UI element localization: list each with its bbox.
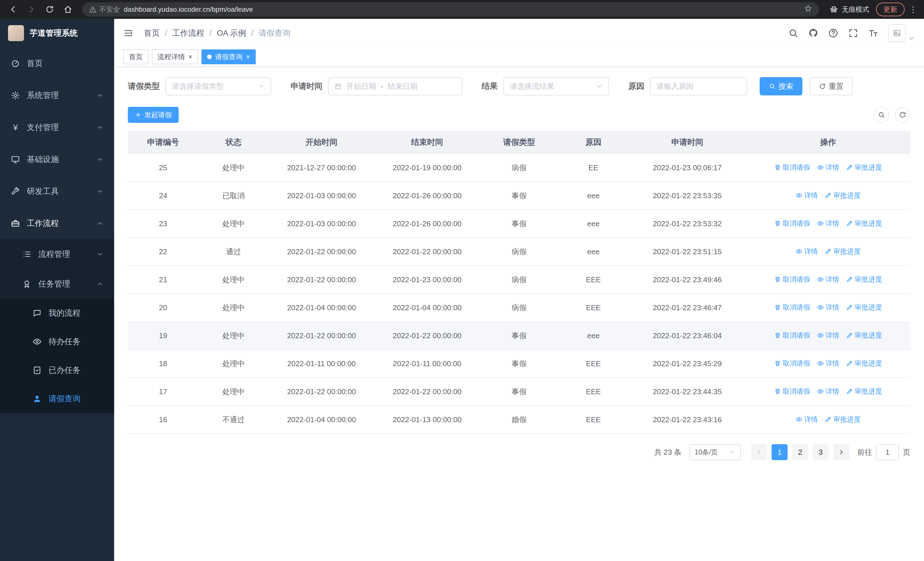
tab-leave-query[interactable]: 请假查询 ×: [201, 50, 256, 64]
detail-button[interactable]: 详情: [796, 415, 818, 424]
incognito-indicator: 无痕模式: [829, 5, 869, 14]
medal-icon: [22, 279, 32, 289]
next-page-button[interactable]: [833, 444, 849, 460]
sidebar-item-done-tasks[interactable]: 已办任务: [0, 356, 114, 385]
page-button-1[interactable]: 1: [772, 444, 788, 460]
sidebar-item-todo-tasks[interactable]: 待办任务: [0, 327, 114, 356]
cell-apply-time: 2022-01-23 00:06:17: [628, 154, 746, 182]
fullscreen-icon[interactable]: [848, 28, 858, 38]
search-button[interactable]: 搜索: [760, 77, 802, 95]
cell-operations: 取消请假详情审批进度: [746, 322, 910, 350]
approval-progress-button[interactable]: 审批进度: [825, 247, 861, 256]
workflow-submenu: 流程管理 任务管理 我的流程 待办任务: [0, 239, 114, 413]
plus-icon: [135, 111, 141, 118]
sidebar-item-task-management[interactable]: 任务管理: [0, 269, 114, 299]
url-text[interactable]: dashboard.yudao.iocoder.cn/bpm/oa/leave: [124, 5, 253, 14]
approval-progress-button[interactable]: 审批进度: [846, 219, 882, 228]
tab-home[interactable]: 首页: [123, 50, 148, 64]
font-size-icon[interactable]: [868, 28, 878, 38]
cell-application-id: 18: [128, 350, 198, 378]
cancel-leave-button[interactable]: 取消请假: [774, 219, 810, 228]
search-icon[interactable]: [788, 28, 798, 38]
sidebar-item-devtools[interactable]: 研发工具: [0, 175, 114, 208]
close-icon[interactable]: ×: [246, 53, 250, 60]
reset-button[interactable]: 重置: [810, 77, 853, 95]
table-body: 25处理中2021-12-27 00:00:002022-01-19 00:00…: [128, 154, 910, 434]
close-icon[interactable]: ×: [188, 53, 192, 60]
cell-apply-time: 2022-01-22 23:46:47: [628, 294, 746, 322]
address-bar[interactable]: 不安全 dashboard.yudao.iocoder.cn/bpm/oa/le…: [82, 2, 819, 17]
cell-status: 处理中: [198, 322, 269, 350]
page-button-3[interactable]: 3: [813, 444, 829, 460]
security-indicator[interactable]: 不安全: [89, 5, 120, 14]
cancel-leave-button[interactable]: 取消请假: [774, 359, 810, 368]
approval-progress-button[interactable]: 审批进度: [825, 415, 861, 424]
sidebar-fold-icon[interactable]: [123, 28, 134, 38]
reason-input[interactable]: [650, 77, 747, 95]
detail-button[interactable]: 详情: [817, 387, 839, 396]
search-icon: [769, 83, 776, 90]
cancel-leave-button[interactable]: 取消请假: [774, 331, 810, 340]
cancel-leave-button[interactable]: 取消请假: [774, 275, 810, 284]
github-icon[interactable]: [808, 28, 818, 38]
warning-icon: [89, 6, 96, 13]
table-row: 23处理中2022-01-03 00:00:002022-01-26 00:00…: [128, 210, 910, 238]
breadcrumb-workflow[interactable]: 工作流程: [172, 28, 204, 39]
refresh-table-button[interactable]: [895, 107, 910, 123]
approval-progress-button[interactable]: 审批进度: [825, 191, 861, 200]
detail-button[interactable]: 详情: [817, 275, 839, 284]
sidebar-item-process-management[interactable]: 流程管理: [0, 239, 114, 269]
detail-button[interactable]: 详情: [817, 163, 839, 172]
leave-type-select[interactable]: 请选择请假类型: [165, 77, 271, 95]
approval-progress-button[interactable]: 审批进度: [846, 303, 882, 312]
eye-icon: [817, 164, 824, 171]
user-avatar-menu[interactable]: [888, 24, 915, 42]
cancel-leave-button[interactable]: 取消请假: [774, 387, 810, 396]
create-leave-button[interactable]: 发起请假: [128, 107, 178, 123]
sidebar-item-leave-query[interactable]: 请假查询: [0, 385, 114, 413]
sidebar-item-payment[interactable]: ¥ 支付管理: [0, 111, 114, 143]
detail-button[interactable]: 详情: [817, 303, 839, 312]
avatar[interactable]: [888, 24, 906, 42]
approval-progress-button[interactable]: 审批进度: [846, 163, 882, 172]
approval-progress-button[interactable]: 审批进度: [846, 359, 882, 368]
page-size-select[interactable]: 10条/页: [689, 444, 741, 460]
detail-button[interactable]: 详情: [817, 219, 839, 228]
browser-back-button[interactable]: [6, 2, 21, 17]
browser-reload-button[interactable]: [42, 2, 57, 17]
browser-home-button[interactable]: [60, 2, 75, 17]
table-row: 17处理中2022-01-22 00:00:002022-01-22 00:00…: [128, 378, 910, 406]
detail-button[interactable]: 详情: [817, 331, 839, 340]
approval-progress-button[interactable]: 审批进度: [846, 387, 882, 396]
browser-menu-icon[interactable]: ⋮: [908, 5, 918, 14]
detail-button[interactable]: 详情: [796, 247, 818, 256]
sidebar-item-workflow[interactable]: 工作流程: [0, 208, 114, 239]
detail-button[interactable]: 详情: [796, 191, 818, 200]
breadcrumb-oa-example[interactable]: OA 示例: [217, 28, 246, 39]
bookmark-star-icon[interactable]: [804, 5, 812, 14]
browser-update-button[interactable]: 更新: [876, 3, 904, 16]
cell-application-id: 23: [128, 210, 198, 238]
toggle-search-button[interactable]: [874, 107, 889, 123]
prev-page-button[interactable]: [751, 444, 767, 460]
apply-time-range-picker[interactable]: 开始日期 - 结束日期: [328, 77, 462, 95]
tab-process-detail[interactable]: 流程详情 ×: [152, 50, 198, 64]
cancel-leave-button[interactable]: 取消请假: [774, 303, 810, 312]
sidebar-item-home[interactable]: 首页: [0, 47, 114, 80]
page-button-2[interactable]: 2: [792, 444, 808, 460]
detail-button[interactable]: 详情: [817, 359, 839, 368]
cancel-leave-button[interactable]: 取消请假: [774, 163, 810, 172]
sidebar-item-label: 支付管理: [27, 122, 59, 133]
sidebar-item-system[interactable]: 系统管理: [0, 80, 114, 111]
sidebar-menu: 首页 系统管理 ¥ 支付管理 基础设施 研发工具: [0, 47, 114, 413]
sidebar-item-infrastructure[interactable]: 基础设施: [0, 143, 114, 175]
trash-icon: [774, 388, 781, 395]
help-icon[interactable]: [828, 28, 838, 38]
sidebar-item-my-process[interactable]: 我的流程: [0, 299, 114, 327]
approval-progress-button[interactable]: 审批进度: [846, 275, 882, 284]
goto-page-input[interactable]: [876, 444, 899, 460]
approval-progress-button[interactable]: 审批进度: [846, 331, 882, 340]
breadcrumb-home[interactable]: 首页: [144, 28, 160, 39]
browser-forward-button[interactable]: [24, 2, 39, 17]
result-select[interactable]: 请选择流结果: [503, 77, 609, 95]
